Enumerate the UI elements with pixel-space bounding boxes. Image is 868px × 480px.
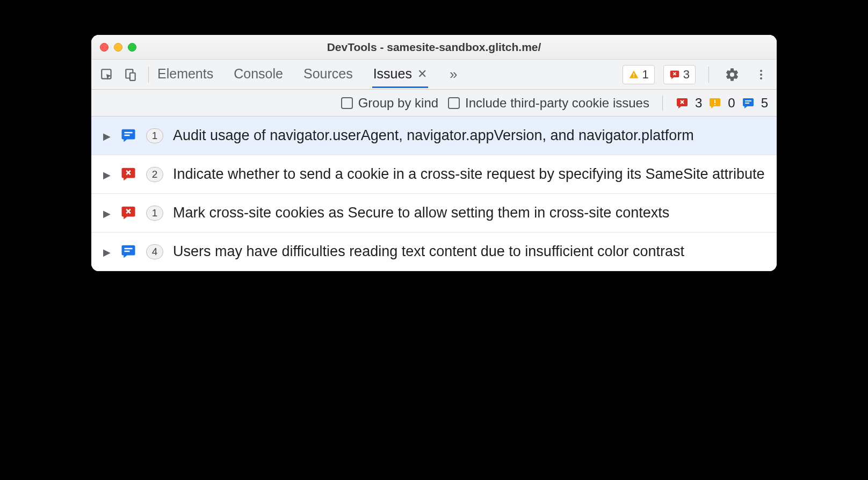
svg-rect-3 (633, 73, 634, 75)
svg-rect-15 (125, 251, 130, 252)
error-count-badge[interactable]: 3 (663, 65, 696, 84)
group-by-kind-label: Group by kind (358, 96, 438, 111)
error-count: 3 (695, 96, 702, 111)
svg-point-5 (760, 70, 762, 72)
issues-filter-bar: Group by kind Include third-party cookie… (91, 90, 777, 117)
inspect-icon[interactable] (97, 64, 117, 85)
info-bubble-icon (742, 97, 755, 110)
svg-point-7 (760, 77, 762, 79)
fullscreen-window-button[interactable] (128, 43, 136, 52)
divider (148, 67, 149, 83)
kebab-menu-icon[interactable] (751, 64, 771, 85)
window-title: DevTools - samesite-sandbox.glitch.me/ (91, 41, 777, 54)
svg-rect-0 (102, 69, 111, 78)
device-toggle-icon[interactable] (120, 64, 141, 85)
issue-count-pill: 2 (146, 167, 163, 182)
issue-title: Indicate whether to send a cookie in a c… (173, 165, 767, 184)
tab-label: Sources (303, 66, 353, 82)
tab-elements[interactable]: Elements (156, 61, 214, 88)
issue-title: Users may have difficulties reading text… (173, 242, 767, 261)
checkbox-icon (341, 97, 353, 109)
group-by-kind-checkbox[interactable]: Group by kind (341, 96, 438, 111)
more-tabs-icon[interactable]: » (446, 66, 460, 83)
divider (708, 67, 709, 83)
divider (662, 96, 663, 111)
warning-count-badge[interactable]: 1 (623, 65, 655, 84)
error-count: 3 (683, 68, 690, 82)
issue-count-pill: 4 (146, 244, 163, 259)
window-controls (100, 43, 136, 52)
minimize-window-button[interactable] (114, 43, 122, 52)
svg-rect-13 (125, 135, 130, 136)
issue-row[interactable]: ▶ 2 Indicate whether to send a cookie in… (91, 155, 777, 194)
warning-icon (628, 69, 639, 80)
error-bubble-icon (669, 69, 680, 80)
issue-row[interactable]: ▶ 1 Audit usage of navigator.userAgent, … (91, 117, 777, 155)
issues-list: ▶ 1 Audit usage of navigator.userAgent, … (91, 117, 777, 271)
svg-rect-9 (714, 104, 715, 105)
issue-title: Mark cross-site cookies as Secure to all… (173, 203, 767, 222)
svg-rect-12 (125, 132, 133, 134)
info-bubble-icon (120, 242, 136, 259)
checkbox-icon (448, 97, 460, 109)
error-bubble-icon (120, 203, 136, 221)
warning-count: 1 (642, 68, 649, 82)
svg-rect-10 (745, 100, 751, 101)
issue-row[interactable]: ▶ 4 Users may have difficulties reading … (91, 232, 777, 271)
tab-label: Issues (373, 66, 412, 82)
tab-console[interactable]: Console (233, 61, 284, 88)
info-bubble-icon (120, 126, 136, 143)
panel-tabs: Elements Console Sources Issues ✕ » (156, 61, 460, 88)
warning-count: 0 (728, 96, 735, 111)
include-thirdparty-checkbox[interactable]: Include third-party cookie issues (448, 96, 649, 111)
expand-caret-icon[interactable]: ▶ (103, 165, 111, 181)
close-window-button[interactable] (100, 43, 108, 52)
warning-bubble-icon (708, 97, 721, 110)
tab-label: Elements (157, 66, 213, 82)
tab-issues[interactable]: Issues ✕ (372, 61, 428, 88)
expand-caret-icon[interactable]: ▶ (103, 126, 111, 143)
issue-title: Audit usage of navigator.userAgent, navi… (173, 126, 767, 145)
issue-count-pill: 1 (146, 206, 163, 221)
issue-count-pill: 1 (146, 128, 163, 143)
include-thirdparty-label: Include third-party cookie issues (465, 96, 649, 111)
devtools-window: DevTools - samesite-sandbox.glitch.me/ E… (91, 35, 777, 271)
tab-sources[interactable]: Sources (302, 61, 354, 88)
svg-rect-11 (745, 103, 749, 104)
issue-row[interactable]: ▶ 1 Mark cross-site cookies as Secure to… (91, 194, 777, 232)
info-count: 5 (761, 96, 768, 111)
expand-caret-icon[interactable]: ▶ (103, 242, 111, 259)
error-bubble-icon (676, 97, 689, 110)
close-tab-icon[interactable]: ✕ (417, 67, 427, 81)
svg-rect-4 (633, 76, 634, 77)
issue-counts: 3 0 5 (676, 96, 768, 111)
svg-point-6 (760, 74, 762, 76)
settings-icon[interactable] (722, 64, 742, 85)
tab-label: Console (234, 66, 283, 82)
main-toolbar: Elements Console Sources Issues ✕ » 1 (91, 60, 777, 90)
svg-rect-8 (714, 100, 715, 103)
svg-rect-2 (130, 72, 135, 80)
svg-rect-14 (125, 248, 133, 250)
titlebar: DevTools - samesite-sandbox.glitch.me/ (91, 35, 777, 60)
error-bubble-icon (120, 165, 136, 182)
expand-caret-icon[interactable]: ▶ (103, 203, 111, 220)
